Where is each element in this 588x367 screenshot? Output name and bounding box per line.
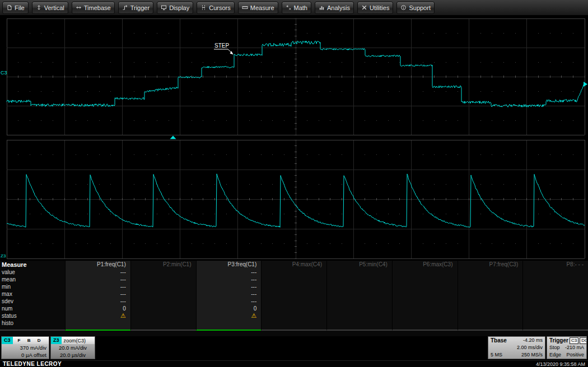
menu-button-support[interactable]: Support bbox=[396, 2, 435, 14]
zoom-badge: Z3 bbox=[51, 337, 62, 344]
zoom-descriptor-header: Z3 zoom(C3) bbox=[51, 337, 95, 344]
measure-column-p3[interactable]: P3:freq(C1)---------------0⚠ bbox=[196, 261, 262, 331]
menu-button-file[interactable]: File bbox=[2, 2, 29, 14]
measure-column-p4[interactable]: P4:max(C4) bbox=[261, 261, 326, 331]
measure-column-header: P4:max(C4) bbox=[262, 261, 326, 269]
menu-button-trigger[interactable]: Trigger bbox=[118, 2, 153, 14]
measure-cell-mean bbox=[393, 276, 458, 283]
measure-cell-histo bbox=[393, 319, 458, 330]
timebase-descriptor-box[interactable]: Tbase -4.20 ms 2.00 ms/div 5 MS 250 MS/s bbox=[488, 336, 545, 359]
measure-cell-status: ⚠ bbox=[66, 312, 130, 319]
measure-column-header: P2:min(C1) bbox=[131, 261, 196, 269]
measure-column-p6[interactable]: P6:max(C3) bbox=[392, 261, 458, 331]
measure-cell-mean bbox=[327, 276, 392, 283]
menu-button-cursors[interactable]: Cursors bbox=[197, 2, 235, 14]
menu-button-display[interactable]: Display bbox=[157, 2, 193, 14]
measure-row-label-status: status bbox=[0, 312, 65, 319]
trigger-descriptor-box[interactable]: Trigger C3 DC Stop -210 mA Edge Positive bbox=[547, 336, 587, 359]
measure-cell-mean bbox=[262, 276, 326, 283]
step-annotation-leader bbox=[214, 49, 232, 53]
menu-button-analysis[interactable]: Analysis bbox=[315, 2, 354, 14]
timebase-label: Tbase bbox=[491, 337, 507, 344]
measure-column-p7[interactable]: P7:freq(C3) bbox=[458, 261, 523, 331]
measure-cell-min bbox=[393, 283, 458, 290]
measure-row-label-value: value bbox=[0, 269, 65, 276]
measure-cell-value bbox=[327, 269, 392, 276]
channel-scale: 370 mA/div bbox=[2, 344, 46, 351]
menu-button-vertical[interactable]: Vertical bbox=[32, 2, 68, 14]
trigger-label: Trigger bbox=[549, 337, 568, 344]
measure-cell-histo bbox=[197, 319, 262, 330]
measure-cell-status: ⚠ bbox=[197, 312, 262, 319]
measure-cell-mean: --- bbox=[197, 276, 262, 283]
trigger-mode: Stop bbox=[549, 344, 560, 351]
channel-indicator-c3[interactable]: C3 bbox=[1, 70, 7, 76]
measure-cell-sdev bbox=[523, 298, 588, 305]
menu-button-utilities[interactable]: Utilities bbox=[357, 2, 393, 14]
measure-cell-sdev bbox=[327, 298, 392, 305]
measure-column-p2[interactable]: P2:min(C1) bbox=[130, 261, 196, 331]
menu-button-label: Trigger bbox=[130, 4, 150, 11]
measure-cell-status bbox=[458, 312, 523, 319]
timebase-sample-rate: 250 MS/s bbox=[521, 351, 543, 359]
support-icon bbox=[400, 4, 407, 11]
measure-column-header: P3:freq(C1) bbox=[197, 261, 262, 269]
measure-cell-min bbox=[523, 283, 588, 290]
timebase-scale: 2.00 ms/div bbox=[517, 344, 543, 351]
measure-cell-mean: --- bbox=[66, 276, 130, 283]
status-footer: TELEDYNE LECROY 4/13/2020 9:35:58 AM bbox=[0, 360, 588, 367]
measure-corner-label: Measure bbox=[0, 261, 65, 269]
menu-button-label: Timebase bbox=[84, 4, 111, 11]
measure-column-header: P5:min(C4) bbox=[327, 261, 392, 269]
zoom-trace-label[interactable]: Z3 bbox=[1, 253, 6, 258]
measure-cell-num: 0 bbox=[66, 305, 130, 312]
measure-cell-min bbox=[262, 283, 326, 290]
measure-column-p1[interactable]: P1:freq(C1)---------------0⚠ bbox=[65, 261, 130, 331]
measure-cell-sdev bbox=[393, 298, 458, 305]
channel-badge: C3 bbox=[2, 337, 13, 344]
measure-cell-max bbox=[458, 290, 523, 298]
channel-flags: F B D bbox=[18, 338, 44, 343]
measure-cell-min: --- bbox=[197, 283, 262, 290]
menu-button-label: File bbox=[15, 4, 25, 11]
timebase-memory: 5 MS bbox=[491, 351, 502, 359]
measure-column-p8[interactable]: P8:- - - bbox=[522, 261, 588, 331]
channel-descriptor-header: C3 F B D bbox=[2, 337, 49, 344]
menu-button-label: Vertical bbox=[44, 4, 64, 11]
measure-cell-status bbox=[393, 312, 458, 319]
channel-c3-descriptor-box[interactable]: C3 F B D 370 mA/div 0 µA offset bbox=[1, 336, 49, 359]
grid-layer bbox=[7, 18, 585, 258]
datetime-display: 4/13/2020 9:35:58 AM bbox=[536, 361, 585, 367]
vertical-arrows-icon bbox=[36, 4, 42, 11]
scope-grid-canvas[interactable]: C3 Z3 STEP bbox=[0, 16, 588, 261]
measure-cell-value: --- bbox=[197, 269, 262, 276]
measure-cell-value: --- bbox=[66, 269, 130, 276]
measure-column-header: P7:freq(C3) bbox=[458, 261, 523, 269]
menu-button-timebase[interactable]: Timebase bbox=[72, 2, 115, 14]
menu-button-measure[interactable]: Measure bbox=[238, 2, 278, 14]
measure-cell-mean bbox=[131, 276, 196, 283]
measure-column-header: P8:- - - bbox=[523, 261, 588, 269]
math-icon bbox=[286, 4, 292, 11]
measure-row-label-max: max bbox=[0, 290, 65, 298]
menu-button-label: Display bbox=[169, 4, 189, 11]
measure-column-header: P6:max(C3) bbox=[393, 261, 458, 269]
waveform-display[interactable]: C3 Z3 STEP bbox=[0, 16, 588, 261]
zoom-position-marker[interactable] bbox=[170, 136, 176, 139]
measure-column-p5[interactable]: P5:min(C4) bbox=[326, 261, 392, 331]
measure-cell-sdev bbox=[262, 298, 326, 305]
trigger-coupling-chip: DC bbox=[580, 337, 587, 344]
measure-cell-value bbox=[458, 269, 523, 276]
menu-bar: FileVerticalTimebaseTriggerDisplayCursor… bbox=[0, 0, 588, 16]
display-icon bbox=[161, 4, 167, 11]
brand-logo: TELEDYNE LECROY bbox=[3, 361, 62, 367]
cursors-icon bbox=[200, 4, 207, 11]
channel-offset-marker[interactable] bbox=[584, 82, 587, 87]
step-annotation-label: STEP bbox=[214, 43, 229, 49]
measure-cell-sdev: --- bbox=[66, 298, 130, 305]
zoom-z3-descriptor-box[interactable]: Z3 zoom(C3) 20.0 mA/div 20.0 µs/div bbox=[50, 336, 95, 359]
measure-cell-value bbox=[262, 269, 326, 276]
measure-row-label-min: min bbox=[0, 283, 65, 290]
measure-cell-mean bbox=[458, 276, 523, 283]
menu-button-math[interactable]: Math bbox=[282, 2, 311, 14]
